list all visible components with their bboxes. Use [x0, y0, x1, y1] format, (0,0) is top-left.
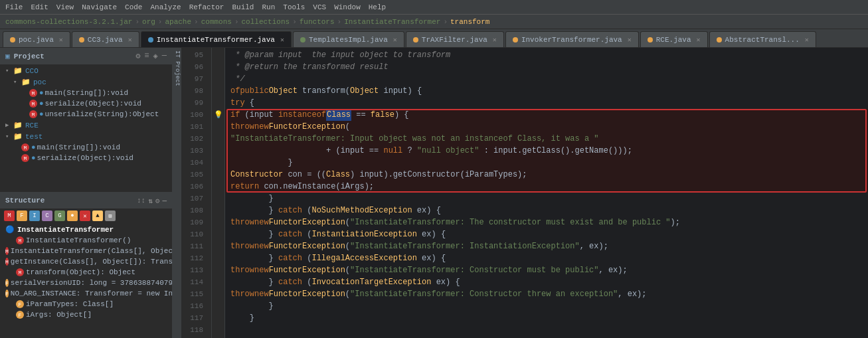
- tree-item-main2[interactable]: M ● main(String[]):void: [0, 142, 172, 153]
- tab-close-abstract[interactable]: ✕: [805, 36, 809, 44]
- tab-invoker[interactable]: InvokerTransformer.java ✕: [505, 31, 639, 47]
- menu-file[interactable]: File: [5, 3, 23, 11]
- code-line-95[interactable]: * @param input the input object to trans…: [225, 49, 868, 61]
- code-line-98[interactable]: of public Object transform(Object input)…: [225, 85, 868, 97]
- menu-build[interactable]: Build: [232, 3, 254, 11]
- tab-close-cc3[interactable]: ✕: [128, 36, 132, 44]
- tree-item-rce[interactable]: ▶ 📁 RCE: [0, 120, 172, 131]
- code-line-104[interactable]: }: [225, 157, 868, 169]
- menu-edit[interactable]: Edit: [31, 3, 48, 11]
- breadcrumb-commons[interactable]: commons: [201, 18, 232, 26]
- tree-item-cco[interactable]: ▾ 📁 CCO: [0, 65, 172, 76]
- menu-view[interactable]: View: [56, 3, 74, 11]
- code-line-111[interactable]: throw new FunctorException("InstantiateT…: [225, 240, 868, 252]
- breadcrumb-apache[interactable]: apache: [165, 18, 191, 26]
- tab-rce[interactable]: RCE.java ✕: [640, 31, 708, 47]
- menu-analyze[interactable]: Analyze: [150, 3, 181, 11]
- struct-method-transform[interactable]: M transform(Object): Object: [0, 267, 172, 278]
- tab-close-templates[interactable]: ✕: [393, 36, 397, 44]
- tab-abstract[interactable]: AbstractTransl... ✕: [709, 31, 816, 47]
- tab-close-invoker[interactable]: ✕: [628, 36, 632, 44]
- struct-field-serial[interactable]: F serialVersionUID: long = 3786388740793…: [0, 278, 172, 288]
- struct-icon-f[interactable]: F: [17, 211, 27, 221]
- struct-field-iparamtypes[interactable]: F iParamTypes: Class[]: [0, 299, 172, 309]
- code-line-99[interactable]: try {: [225, 97, 868, 109]
- code-line-101[interactable]: throw new FunctorException(: [225, 121, 868, 133]
- tab-close-instantiate[interactable]: ✕: [280, 36, 284, 44]
- tab-close-trax[interactable]: ✕: [493, 36, 497, 44]
- code-line-118[interactable]: [225, 324, 868, 336]
- minus-icon[interactable]: —: [162, 51, 167, 61]
- struct-icon-m[interactable]: M: [4, 211, 15, 221]
- struct-method-getinstance[interactable]: M getInstance(Class[], Object[]): Transf…: [0, 256, 172, 267]
- breadcrumb-method[interactable]: transform: [450, 18, 489, 26]
- code-line-105[interactable]: Constructor con = ((Class) input).getCon…: [225, 169, 868, 181]
- code-line-107[interactable]: }: [225, 193, 868, 205]
- code-line-103[interactable]: + (input == null ? "null object" : input…: [225, 145, 868, 157]
- code-line-100[interactable]: if (input instanceof Class == false) {: [225, 109, 868, 121]
- menu-vcs[interactable]: VCS: [313, 3, 326, 11]
- struct-icon-x[interactable]: ✕: [80, 211, 90, 221]
- struct-icon-g[interactable]: G: [54, 211, 65, 221]
- menu-navigate[interactable]: Navigate: [82, 3, 117, 11]
- code-line-106[interactable]: return con.newInstance(iArgs);: [225, 181, 868, 193]
- code-line-110[interactable]: } catch (InstantiationException ex) {: [225, 228, 868, 240]
- tab-close-poc[interactable]: ✕: [59, 36, 63, 44]
- tree-item-serialize1[interactable]: M ● serialize(Object):void: [0, 98, 172, 109]
- sort-icon[interactable]: ⇅: [148, 197, 153, 205]
- equals-icon[interactable]: ≡: [144, 51, 149, 61]
- code-line-114[interactable]: } catch (InvocationTargetException ex) {: [225, 276, 868, 288]
- struct-class-instantiate[interactable]: 🔵 InstantiateTransformer: [0, 224, 172, 235]
- project-side-tab[interactable]: IT Project: [173, 48, 182, 338]
- tree-item-poc[interactable]: ▾ 📁 poc: [0, 76, 172, 88]
- project-tree[interactable]: ▾ 📁 CCO ▾ 📁 poc M ● main(String[]):void: [0, 65, 172, 192]
- menu-code[interactable]: Code: [125, 3, 142, 11]
- struct-method-constructor2[interactable]: M InstantiateTransformer(Class[], Object…: [0, 246, 172, 256]
- breadcrumb-org[interactable]: org: [142, 18, 155, 26]
- struct-method-constructor1[interactable]: M InstantiateTransformer(): [0, 235, 172, 246]
- code-line-113[interactable]: throw new FunctorException("InstantiateT…: [225, 264, 868, 276]
- tab-trax[interactable]: TrAXFilter.java ✕: [406, 31, 504, 47]
- struct-field-noarg[interactable]: F NO_ARG_INSTANCE: Transformer = new Ins…: [0, 288, 172, 299]
- struct-icon-o[interactable]: ●: [67, 211, 78, 221]
- tab-instantiate[interactable]: InstantiateTransformer.java ✕: [141, 31, 292, 47]
- breadcrumb-class[interactable]: InstantiateTransformer: [344, 18, 440, 26]
- code-line-108[interactable]: } catch (NoSuchMethodException ex) {: [225, 205, 868, 216]
- tab-close-rce[interactable]: ✕: [697, 36, 701, 44]
- tab-templates[interactable]: TemplatesImpl.java ✕: [293, 31, 404, 47]
- struct-icon-c[interactable]: C: [42, 211, 52, 221]
- struct-icon-y[interactable]: ▲: [92, 211, 103, 221]
- struct-gear-icon[interactable]: ⚙: [155, 197, 160, 205]
- breadcrumb-collections[interactable]: collections: [242, 18, 290, 26]
- struct-icon-z[interactable]: ⊞: [105, 211, 116, 221]
- sort-alpha-icon[interactable]: ↕↕: [137, 197, 145, 205]
- breadcrumb-functors[interactable]: functors: [300, 18, 335, 26]
- tab-cc3[interactable]: CC3.java ✕: [72, 31, 139, 47]
- breadcrumb-jar[interactable]: commons-collections-3.2.1.jar: [5, 18, 132, 26]
- code-line-112[interactable]: } catch (IllegalAccessException ex) {: [225, 252, 868, 264]
- code-editor[interactable]: * @param input the input object to trans…: [225, 48, 868, 338]
- tree-item-main1[interactable]: M ● main(String[]):void: [0, 88, 172, 98]
- tree-item-serialize2[interactable]: M ● serialize(Object):void: [0, 153, 172, 163]
- structure-tree[interactable]: 🔵 InstantiateTransformer M InstantiateTr…: [0, 224, 172, 338]
- settings-icon[interactable]: ◈: [153, 51, 158, 61]
- tree-item-unserialize[interactable]: M ● unserialize(String):Object: [0, 109, 172, 120]
- struct-field-iargs[interactable]: F iArgs: Object[]: [0, 309, 172, 320]
- code-line-97[interactable]: */: [225, 73, 868, 85]
- code-line-102[interactable]: "InstantiateTransformer: Input object wa…: [225, 133, 868, 145]
- code-line-116[interactable]: }: [225, 300, 868, 312]
- code-line-109[interactable]: throw new FunctorException("InstantiateT…: [225, 216, 868, 228]
- gear-icon[interactable]: ⚙: [135, 51, 140, 61]
- tab-poc[interactable]: poc.java ✕: [3, 31, 70, 47]
- menu-run[interactable]: Run: [262, 3, 275, 11]
- menu-window[interactable]: Window: [334, 3, 361, 11]
- struct-minus-icon[interactable]: —: [162, 197, 167, 205]
- tree-item-test[interactable]: ▾ 📁 test: [0, 131, 172, 142]
- menu-tools[interactable]: Tools: [283, 3, 305, 11]
- code-line-117[interactable]: }: [225, 312, 868, 324]
- code-line-115[interactable]: throw new FunctorException("InstantiateT…: [225, 288, 868, 300]
- code-line-96[interactable]: * @return the transformed result: [225, 61, 868, 73]
- menu-refactor[interactable]: Refactor: [189, 3, 224, 11]
- struct-icon-i[interactable]: I: [29, 211, 40, 221]
- bulb-icon[interactable]: 💡: [214, 109, 223, 121]
